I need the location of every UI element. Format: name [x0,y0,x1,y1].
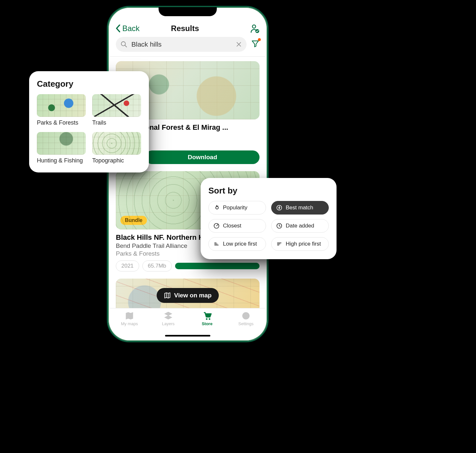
svg-point-10 [277,205,282,210]
target-icon [213,223,220,229]
gear-icon [241,311,251,321]
sort-label: Closest [223,223,241,229]
svg-point-6 [206,318,207,320]
phone-frame: Back Results [107,6,269,342]
page-title: Results [120,24,250,33]
sort-label: Popularity [223,204,248,211]
category-item-parks[interactable]: Parks & Forests [37,94,86,126]
bundle-badge: Bundle [120,216,147,225]
search-row [110,35,265,56]
year-chip: 2021 [116,260,139,271]
category-label: Topographic [92,157,141,164]
filter-active-dot [258,38,261,41]
sort-panel: Sort by Popularity Best match Closest Da… [201,178,337,259]
sort-option-high-price[interactable]: High price first [271,237,329,251]
tab-label: Store [202,321,212,326]
svg-point-0 [252,25,256,28]
size-chip: 65.7Mb [142,260,172,271]
sort-label: Low price first [223,241,257,247]
cart-icon [202,311,212,321]
category-label: Parks & Forests [37,119,86,126]
home-indicator [165,335,210,337]
category-label: Trails [92,119,141,126]
layers-icon [163,311,173,321]
tab-mymaps[interactable]: My maps [110,310,149,339]
tab-settings[interactable]: Settings [227,310,265,339]
sort-option-closest[interactable]: Closest [208,219,266,233]
sort-option-low-price[interactable]: Low price first [208,237,266,251]
download-button[interactable] [175,263,260,269]
category-thumbnail [92,94,141,117]
clock-icon [276,223,282,229]
category-item-topographic[interactable]: Topographic [92,132,141,164]
bolt-icon [276,204,282,211]
sort-desc-icon [276,241,282,247]
category-panel: Category Parks & Forests Trails Hunting … [29,71,149,172]
category-thumbnail [92,132,141,155]
clear-icon[interactable] [236,41,242,48]
download-button[interactable]: Download [145,150,260,164]
sort-label: Date added [286,223,314,229]
map-icon [125,311,134,321]
tab-bar: My maps Layers Store Settings [110,308,265,339]
screen: Back Results [110,9,265,339]
category-thumbnail [37,94,86,117]
search-field[interactable] [116,37,247,52]
svg-point-9 [245,315,248,317]
category-label: Hunting & Fishing [37,157,86,164]
search-input[interactable] [131,40,232,49]
sort-label: High price first [286,241,321,247]
profile-check-icon [250,24,259,33]
svg-point-7 [209,318,210,320]
sort-option-date-added[interactable]: Date added [271,219,329,233]
tab-label: Settings [238,321,254,326]
sort-asc-icon [213,241,220,247]
view-on-map-button[interactable]: View on map [157,288,219,303]
category-thumbnail [37,132,86,155]
search-icon [120,41,127,48]
category-item-hunting[interactable]: Hunting & Fishing [37,132,86,164]
chevron-left-icon [116,25,120,32]
profile-button[interactable] [250,24,260,33]
notch [159,7,217,16]
flame-icon [213,204,220,211]
sort-label: Best match [286,204,313,211]
header: Back Results [110,23,265,35]
sort-option-popularity[interactable]: Popularity [208,201,266,215]
view-on-map-label: View on map [174,292,212,299]
sort-title: Sort by [208,186,329,196]
sort-option-best-match[interactable]: Best match [271,201,329,215]
category-title: Category [37,79,141,89]
tab-label: Layers [162,321,174,326]
map-icon [164,292,171,299]
svg-line-3 [125,45,127,47]
category-item-trails[interactable]: Trails [92,94,141,126]
filter-button[interactable] [251,39,260,49]
tab-label: My maps [121,321,138,326]
